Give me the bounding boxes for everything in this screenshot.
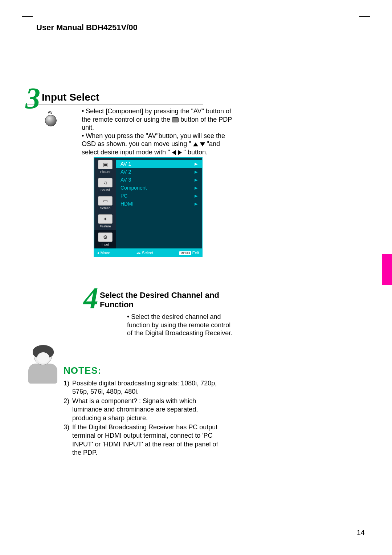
note-item-3: 3)If the Digital Broadcasting Receiver h… (64, 423, 227, 457)
osd-item-label: AV 3 (121, 177, 131, 183)
step-number-3: 3 (25, 86, 40, 110)
notes-illustration (25, 347, 60, 389)
osd-item-label: PC (121, 193, 127, 199)
osd-item-arrow-icon: ▶ (195, 162, 197, 166)
osd-sidebar: ▣ Picture ♫ Sound ▭ Screen ✦ Feature ⚙ (94, 158, 116, 248)
osd-item-arrow-icon: ▶ (195, 170, 197, 174)
osd-item-av1: AV 1▶ (116, 160, 202, 168)
menu-badge: MENU (179, 251, 191, 255)
osd-side-label-2: Screen (95, 206, 115, 210)
note-text: If the Digital Broadcasting Receiver has… (72, 423, 227, 457)
osd-side-sound: ♫ Sound (94, 176, 116, 194)
section-3-body: • Select [Component] by pressing the "AV… (82, 107, 236, 156)
crop-mark-tl (22, 16, 33, 27)
step-number-4: 4 (83, 286, 98, 310)
osd-item-label: AV 1 (121, 161, 131, 167)
section-3: 3 Input Select AV • Select [Component] b… (25, 86, 236, 156)
down-arrow-icon (200, 142, 205, 146)
page-number: 14 (357, 528, 365, 537)
osd-side-label-1: Sound (95, 188, 115, 192)
osd-item-pc: PC▶ (116, 192, 202, 200)
osd-item-hdmi: HDMI▶ (116, 200, 202, 208)
osd-item-label: HDMI (121, 201, 134, 207)
osd-side-picture: ▣ Picture (94, 158, 116, 176)
section-4-body: • Select the desired channel and functio… (127, 313, 236, 337)
bullet-2c: " button. (184, 149, 208, 156)
osd-menu: ▣ Picture ♫ Sound ▭ Screen ✦ Feature ⚙ (94, 157, 203, 257)
input-icon: ⚙ (98, 232, 113, 242)
side-tab (382, 254, 392, 285)
note-text: Possible digital broadcasting signals: 1… (72, 379, 227, 396)
right-arrow-icon (178, 150, 182, 155)
note-num: 2) (64, 397, 72, 422)
osd-item-arrow-icon: ▶ (195, 186, 197, 190)
osd-item-component: Component▶ (116, 184, 202, 192)
osd-side-screen: ▭ Screen (94, 194, 116, 212)
header-title: User Manual BDH4251V/00 (36, 23, 138, 32)
section-4-rule (83, 311, 218, 311)
osd-item-arrow-icon: ▶ (195, 202, 197, 206)
section-4-title: Select the Desired Channel and Function (83, 286, 236, 309)
section-4: 4 Select the Desired Channel and Functio… (83, 286, 236, 337)
notes-list: 1)Possible digital broadcasting signals:… (64, 379, 227, 457)
osd-footer-select: ◂▸ Select (136, 251, 153, 255)
notes-title: NOTES: (64, 365, 227, 376)
section-3-rule (25, 105, 203, 105)
av-button-label: AV (48, 110, 53, 114)
note-text: What is a component? : Signals with whic… (72, 397, 227, 422)
osd-item-av2: AV 2▶ (116, 168, 202, 176)
osd-main: ▣ Picture ♫ Sound ▭ Screen ✦ Feature ⚙ (94, 157, 203, 249)
osd-input-list: AV 1▶ AV 2▶ AV 3▶ Component▶ PC▶ HDMI▶ (116, 158, 202, 248)
note-item-1: 1)Possible digital broadcasting signals:… (64, 379, 227, 396)
screen-icon: ▭ (98, 196, 113, 206)
osd-footer: ♦ Move ◂▸ Select MENUExit (94, 249, 203, 257)
osd-side-label-3: Feature (95, 224, 115, 228)
crop-mark-tr (359, 16, 370, 27)
up-arrow-icon (193, 142, 198, 146)
page: User Manual BDH4251V/00 3 Input Select A… (0, 0, 392, 555)
feature-icon: ✦ (98, 214, 113, 224)
notes-section: NOTES: 1)Possible digital broadcasting s… (25, 351, 227, 458)
vertical-divider (236, 87, 236, 454)
left-arrow-icon (172, 150, 176, 155)
osd-side-label-4: Input (95, 243, 115, 246)
osd-item-label: Component (121, 185, 147, 191)
section-3-title: Input Select (25, 86, 236, 103)
osd-side-input: ⚙ Input (94, 230, 116, 248)
osd-side-label-0: Picture (95, 170, 115, 174)
note-num: 3) (64, 423, 72, 457)
osd-item-arrow-icon: ▶ (195, 178, 197, 182)
osd-footer-move: ♦ Move (97, 251, 110, 255)
pdp-button-icon (172, 117, 179, 122)
note-item-2: 2)What is a component? : Signals with wh… (64, 397, 227, 422)
osd-item-label: AV 2 (121, 169, 131, 175)
osd-item-arrow-icon: ▶ (195, 194, 197, 198)
picture-icon: ▣ (98, 160, 113, 169)
av-button-icon (45, 115, 57, 126)
osd-item-av3: AV 3▶ (116, 176, 202, 184)
note-num: 1) (64, 379, 72, 396)
osd-side-feature: ✦ Feature (94, 212, 116, 230)
sound-icon: ♫ (98, 178, 113, 187)
osd-footer-exit: MENUExit (179, 251, 199, 255)
